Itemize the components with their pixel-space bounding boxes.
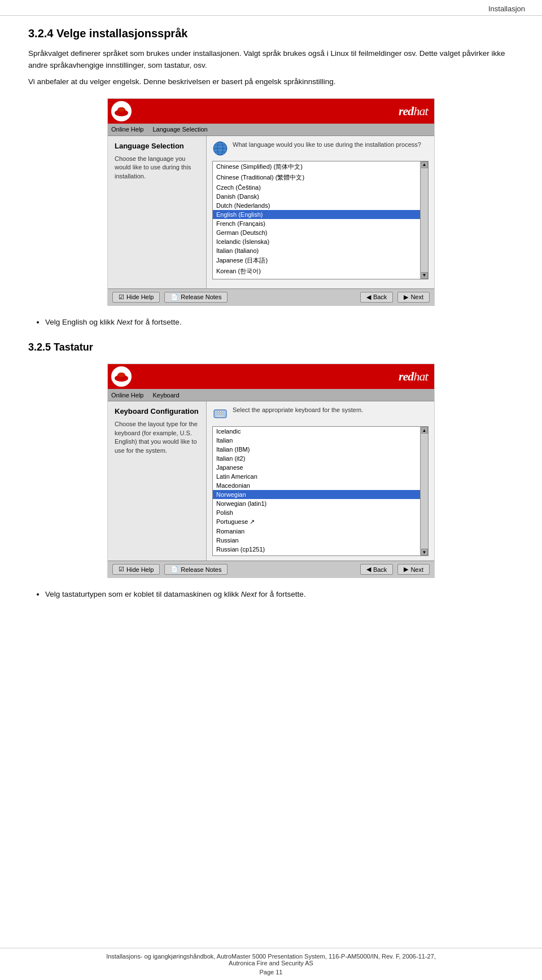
section-325-heading: 3.2.5 Tastatur xyxy=(28,342,514,353)
list-item-selected[interactable]: English (English) xyxy=(213,210,428,219)
rh-question-lang: What language would you like to use duri… xyxy=(233,141,421,149)
rh-bottom-right-lang: ◀ Back ▶ Next xyxy=(360,292,430,303)
bullet-item-lang: Velg English og klikk Next for å fortset… xyxy=(45,316,514,329)
kbd-list-container[interactable]: Icelandic Italian Italian (IBM) Italian … xyxy=(212,426,429,556)
list-item[interactable]: Norwegian (Norsk) xyxy=(213,277,428,279)
rh-bottom-lang: ☑ Hide Help 📄 Release Notes ◀ Back ▶ xyxy=(108,288,434,305)
next-button-kbd[interactable]: ▶ Next xyxy=(397,564,430,575)
next-button-lang[interactable]: ▶ Next xyxy=(397,292,430,303)
main-content: 3.2.4 Velge installasjonsspråk Språkvalg… xyxy=(0,16,542,619)
page-footer: Installasjons- og igangkjøringshåndbok, … xyxy=(0,948,542,980)
rh-toolbar-lang: Online Help Language Selection xyxy=(108,124,434,136)
rh-header-lang: redhat. xyxy=(108,99,434,124)
lang-scrollbar[interactable]: ▲ ▼ xyxy=(420,161,428,279)
list-item[interactable]: Italian (it2) xyxy=(213,454,428,463)
list-item[interactable]: Danish (Dansk) xyxy=(213,192,428,201)
hide-help-button-kbd[interactable]: ☑ Hide Help xyxy=(112,564,160,575)
section-324-bullets: Velg English og klikk Next for å fortset… xyxy=(45,316,514,329)
rh-left-body-lang: Choose the language you would like to us… xyxy=(115,155,199,181)
rh-brand-kbd: redhat. xyxy=(399,369,429,384)
rh-bottom-left-lang: ☑ Hide Help 📄 Release Notes xyxy=(112,292,228,303)
list-item[interactable]: Korean (한국어) xyxy=(213,266,428,277)
list-item[interactable]: Czech (Čeština) xyxy=(213,183,428,192)
list-item[interactable]: Chinese (Simplified) (简体中文) xyxy=(213,161,428,172)
list-item[interactable]: Chinese (Traditional) (繁體中文) xyxy=(213,172,428,183)
svg-rect-12 xyxy=(215,411,217,412)
lang-list: Chinese (Simplified) (简体中文) Chinese (Tra… xyxy=(213,161,428,279)
back-button-lang[interactable]: ◀ Back xyxy=(360,292,393,303)
list-item[interactable]: German (Deutsch) xyxy=(213,228,428,237)
list-item[interactable]: Japanese xyxy=(213,463,428,472)
list-item[interactable]: Macedonian xyxy=(213,481,428,490)
list-item[interactable]: Italian (Italiano) xyxy=(213,246,428,255)
rh-left-body-kbd: Choose the layout type for the keyboard … xyxy=(115,420,199,455)
svg-rect-17 xyxy=(217,413,219,414)
list-item[interactable]: Dutch (Nederlands) xyxy=(213,201,428,210)
next-label-kbd: Next xyxy=(410,566,423,573)
list-item[interactable]: Latin American xyxy=(213,472,428,481)
list-item[interactable]: Norwegian (latin1) xyxy=(213,499,428,508)
svg-point-2 xyxy=(118,107,125,112)
rh-main-kbd: Keyboard Configuration Choose the layout… xyxy=(108,401,434,561)
list-item[interactable]: Russian (cp1251) xyxy=(213,545,428,554)
svg-rect-18 xyxy=(220,413,221,414)
section-325-bullets: Velg tastaturtypen som er koblet til dat… xyxy=(45,588,514,601)
next-label-lang: Next xyxy=(410,294,423,300)
toolbar-lang-selection: Language Selection xyxy=(152,126,207,133)
bullet-item-kbd: Velg tastaturtypen som er koblet til dat… xyxy=(45,588,514,601)
kbd-scrollbar[interactable]: ▲ ▼ xyxy=(420,427,428,555)
toolbar-online-help-lang: Online Help xyxy=(111,126,143,133)
back-label-kbd: Back xyxy=(373,566,387,573)
kbd-scroll-up-icon[interactable]: ▲ xyxy=(421,427,428,434)
svg-rect-16 xyxy=(215,413,217,414)
list-item[interactable]: Romanian xyxy=(213,527,428,536)
list-item[interactable]: Japanese (日本語) xyxy=(213,255,428,266)
list-item[interactable]: French (Français) xyxy=(213,219,428,228)
list-item-selected[interactable]: Norwegian xyxy=(213,490,428,499)
language-selection-screenshot: redhat. Online Help Language Selection L… xyxy=(107,98,435,306)
rh-left-kbd: Keyboard Configuration Choose the layout… xyxy=(108,401,207,561)
keyboard-icon xyxy=(212,406,228,422)
rh-left-title-lang: Language Selection xyxy=(115,142,199,150)
release-notes-button-kbd[interactable]: 📄 Release Notes xyxy=(164,564,228,575)
release-notes-icon-kbd: 📄 xyxy=(171,566,178,573)
hide-help-button-lang[interactable]: ☑ Hide Help xyxy=(112,292,160,303)
scroll-down-icon[interactable]: ▼ xyxy=(421,272,428,279)
header-title: Installasjon xyxy=(488,5,525,13)
section-324: 3.2.4 Velge installasjonsspråk Språkvalg… xyxy=(28,27,514,328)
next-icon-kbd: ▶ xyxy=(404,566,408,573)
kbd-list: Icelandic Italian Italian (IBM) Italian … xyxy=(213,427,428,556)
hide-help-icon: ☑ xyxy=(119,294,124,301)
list-item[interactable]: Russian (Microsoft) xyxy=(213,554,428,556)
hide-help-label-kbd: Hide Help xyxy=(126,566,154,573)
back-button-kbd[interactable]: ◀ Back xyxy=(360,564,393,575)
scroll-up-icon[interactable]: ▲ xyxy=(421,161,428,168)
page-header: Installasjon xyxy=(0,0,542,16)
list-item[interactable]: Icelandic (Íslenska) xyxy=(213,237,428,246)
list-item[interactable]: Italian (IBM) xyxy=(213,445,428,454)
footer-text: Installasjons- og igangkjøringshåndbok, … xyxy=(17,953,525,960)
svg-rect-14 xyxy=(220,411,221,412)
toolbar-online-help-kbd: Online Help xyxy=(111,392,143,399)
svg-point-10 xyxy=(118,373,125,377)
hide-help-icon-kbd: ☑ xyxy=(119,566,124,573)
hide-help-label-lang: Hide Help xyxy=(126,294,154,300)
kbd-scroll-down-icon[interactable]: ▼ xyxy=(421,549,428,555)
section-325: 3.2.5 Tastatur redhat. Online Help Keybo… xyxy=(28,342,514,601)
rh-right-lang: What language would you like to use duri… xyxy=(207,136,434,288)
rh-toolbar-kbd: Online Help Keyboard xyxy=(108,389,434,401)
rh-main-lang: Language Selection Choose the language y… xyxy=(108,136,434,288)
release-notes-button-lang[interactable]: 📄 Release Notes xyxy=(164,292,228,303)
rh-right-header-kbd: Select the appropriate keyboard for the … xyxy=(212,406,429,422)
lang-list-container[interactable]: Chinese (Simplified) (简体中文) Chinese (Tra… xyxy=(212,161,429,279)
list-item[interactable]: Portuguese ↗ xyxy=(213,517,428,527)
section-324-para1: Språkvalget definerer språket som brukes… xyxy=(28,48,514,72)
svg-rect-15 xyxy=(222,411,224,412)
svg-rect-19 xyxy=(222,413,224,414)
list-item[interactable]: Italian xyxy=(213,436,428,445)
list-item[interactable]: Polish xyxy=(213,508,428,517)
list-item[interactable]: Russian xyxy=(213,536,428,545)
rh-question-kbd: Select the appropriate keyboard for the … xyxy=(233,406,363,414)
list-item[interactable]: Icelandic xyxy=(213,427,428,436)
next-icon-lang: ▶ xyxy=(404,294,408,301)
